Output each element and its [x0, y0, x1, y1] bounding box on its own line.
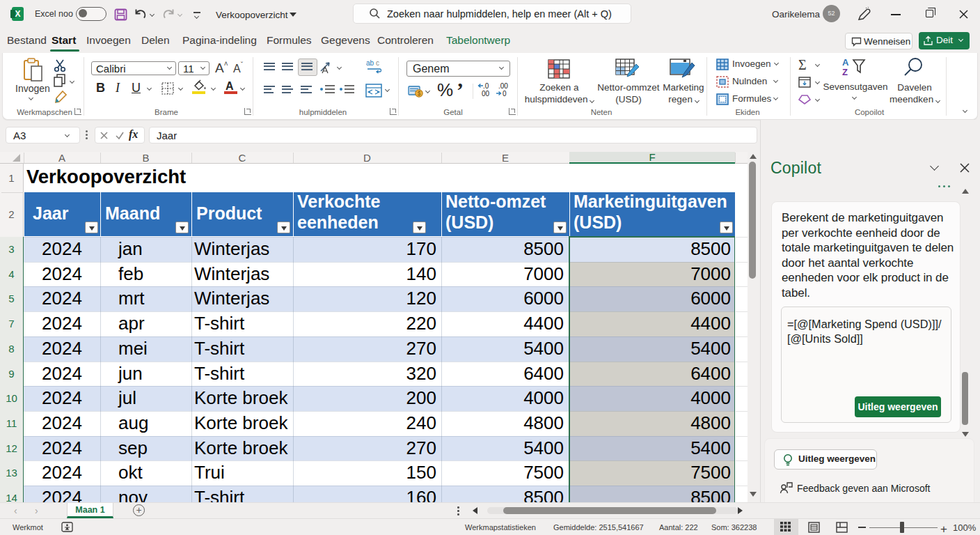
svg-text:00: 00	[482, 90, 490, 98]
svg-text:ab: ab	[366, 59, 374, 67]
svg-text:.0: .0	[483, 82, 489, 90]
svg-text:0: 0	[503, 90, 507, 98]
svg-text:c: c	[376, 59, 379, 67]
svg-text:.00: .00	[498, 82, 508, 90]
svg-text:$: $	[418, 90, 421, 97]
svg-text:Z: Z	[842, 67, 848, 77]
svg-text:A: A	[842, 57, 849, 68]
